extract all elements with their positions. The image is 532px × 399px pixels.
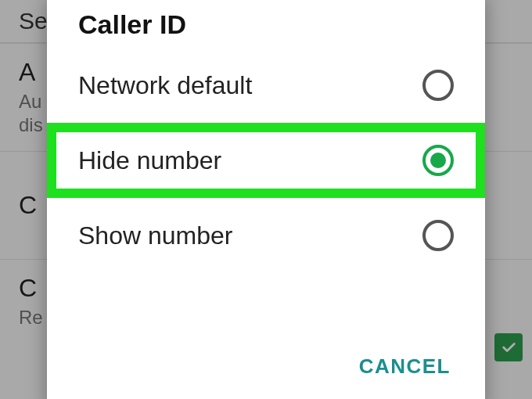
radio-icon bbox=[422, 145, 454, 176]
caller-id-dialog: Caller ID Network default Hide number Sh… bbox=[47, 0, 485, 399]
option-network-default[interactable]: Network default bbox=[47, 48, 485, 123]
dialog-actions: CANCEL bbox=[348, 347, 462, 386]
option-hide-number[interactable]: Hide number bbox=[47, 123, 485, 198]
option-label: Hide number bbox=[78, 146, 221, 175]
option-label: Network default bbox=[78, 71, 252, 100]
option-label: Show number bbox=[78, 221, 232, 250]
dialog-title: Caller ID bbox=[78, 9, 454, 40]
cancel-button[interactable]: CANCEL bbox=[348, 347, 462, 386]
radio-icon bbox=[422, 70, 454, 101]
dialog-options-list: Network default Hide number Show number bbox=[47, 48, 485, 273]
option-show-number[interactable]: Show number bbox=[47, 198, 485, 273]
radio-icon bbox=[422, 220, 454, 251]
